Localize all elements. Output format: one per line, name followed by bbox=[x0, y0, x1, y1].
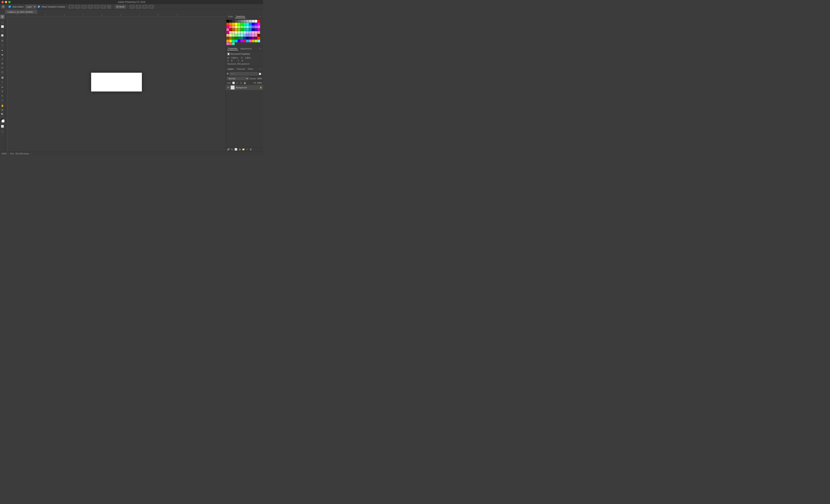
layer-visibility-eye[interactable]: 👁 bbox=[227, 86, 229, 89]
transform-checkbox[interactable] bbox=[38, 5, 40, 8]
blend-mode-select[interactable]: Normal Dissolve Multiply Screen bbox=[227, 77, 249, 80]
minimize-button[interactable] bbox=[5, 1, 7, 3]
marquee-tool[interactable]: ⬜ bbox=[0, 25, 4, 29]
swatch-85[interactable] bbox=[229, 40, 232, 42]
swatch-78[interactable] bbox=[243, 37, 246, 39]
swatch-92[interactable] bbox=[249, 40, 252, 42]
link-layers-btn[interactable]: 🔗 bbox=[227, 148, 230, 151]
lock-position-btn[interactable]: ✏ bbox=[236, 81, 239, 85]
swatches-options-btn[interactable]: ≡ bbox=[259, 15, 262, 18]
swatch-82[interactable] bbox=[255, 37, 257, 39]
swatch-93[interactable] bbox=[252, 40, 254, 42]
more-btn[interactable]: ··· bbox=[107, 5, 111, 9]
swatch-52[interactable] bbox=[238, 31, 240, 34]
swatch-88[interactable] bbox=[238, 40, 240, 42]
brush-tool[interactable]: ╱ bbox=[0, 57, 4, 61]
swatch-42[interactable] bbox=[243, 28, 246, 31]
swatch-71[interactable] bbox=[257, 34, 260, 37]
swatch-11[interactable] bbox=[257, 20, 260, 23]
swatch-96[interactable] bbox=[226, 42, 229, 45]
eraser-tool[interactable]: ◻ bbox=[0, 70, 4, 74]
eyedropper-tool[interactable]: ✒ bbox=[0, 48, 4, 53]
lock-artboard-btn[interactable]: ⊡ bbox=[240, 81, 243, 85]
shape-tool[interactable]: □ bbox=[0, 98, 4, 102]
swatch-79[interactable] bbox=[246, 37, 249, 39]
swatch-87[interactable] bbox=[235, 40, 237, 42]
layer-item[interactable]: 👁 Background 🔒 bbox=[226, 85, 263, 90]
swatch-6[interactable] bbox=[243, 20, 246, 23]
swatch-90[interactable] bbox=[243, 40, 246, 42]
swatch-57[interactable] bbox=[252, 31, 254, 34]
swatch-61[interactable] bbox=[229, 34, 232, 37]
dodge-tool[interactable]: ○ bbox=[0, 80, 4, 84]
swatch-51[interactable] bbox=[235, 31, 237, 34]
swatch-23[interactable] bbox=[257, 23, 260, 25]
swatch-62[interactable] bbox=[232, 34, 235, 37]
swatch-7[interactable] bbox=[246, 20, 249, 23]
swatch-63[interactable] bbox=[235, 34, 237, 37]
align-center-btn[interactable]: ⬛ bbox=[75, 5, 80, 9]
swatch-43[interactable] bbox=[246, 28, 249, 31]
lasso-tool[interactable]: ◌ bbox=[0, 29, 4, 33]
swatch-15[interactable] bbox=[235, 23, 237, 25]
background-color[interactable] bbox=[1, 120, 4, 123]
color-panel-tab[interactable]: Color bbox=[227, 15, 233, 18]
channels-tab[interactable]: Channels bbox=[236, 67, 246, 70]
swatch-2[interactable] bbox=[232, 20, 235, 23]
history-brush-tool[interactable]: ↩ bbox=[0, 66, 4, 70]
swatch-44[interactable] bbox=[249, 28, 252, 31]
delete-layer-btn[interactable]: 🗑 bbox=[249, 148, 252, 151]
swatch-65[interactable] bbox=[241, 34, 243, 37]
lock-pixel-btn[interactable]: ⬜ bbox=[232, 81, 235, 85]
swatch-69[interactable] bbox=[252, 34, 254, 37]
dist-left-btn[interactable]: ⬛ bbox=[129, 5, 135, 9]
swatch-41[interactable] bbox=[241, 28, 243, 31]
swatch-84[interactable] bbox=[226, 40, 229, 42]
swatch-48[interactable] bbox=[226, 31, 229, 34]
align-middle-btn[interactable]: ⬛ bbox=[94, 5, 99, 9]
hand-tool[interactable]: ✋ bbox=[0, 103, 4, 108]
tab-close-btn[interactable]: × bbox=[34, 11, 35, 13]
swatch-89[interactable] bbox=[241, 40, 243, 42]
layers-tab[interactable]: Layers bbox=[227, 67, 234, 70]
swatch-33[interactable] bbox=[252, 26, 254, 28]
properties-options-btn[interactable]: ≡ bbox=[259, 47, 262, 50]
quick-selection-tool[interactable]: ⬤ bbox=[0, 33, 4, 37]
dist-center-btn[interactable]: ⬛ bbox=[136, 5, 141, 9]
swatch-70[interactable] bbox=[255, 34, 257, 37]
swatch-25[interactable] bbox=[229, 26, 232, 28]
status-arrow[interactable]: › bbox=[30, 153, 31, 155]
new-layer-btn[interactable]: + bbox=[246, 148, 249, 151]
auto-select-checkbox[interactable] bbox=[8, 5, 11, 8]
swatch-77[interactable] bbox=[241, 37, 243, 39]
text-tool[interactable]: T bbox=[0, 90, 4, 94]
swatch-47[interactable] bbox=[257, 28, 260, 31]
swatch-30[interactable] bbox=[243, 26, 246, 28]
layers-options-btn[interactable]: ≡ bbox=[259, 68, 262, 70]
swatch-94[interactable] bbox=[255, 40, 257, 42]
dist-right-btn[interactable]: ⬛ bbox=[142, 5, 148, 9]
artboard-tool[interactable]: ⬚ bbox=[0, 20, 4, 24]
swatch-83[interactable] bbox=[257, 37, 260, 39]
swatch-72[interactable] bbox=[226, 37, 229, 39]
swatch-37[interactable] bbox=[229, 28, 232, 31]
swatch-98[interactable] bbox=[232, 42, 235, 45]
gradient-tool[interactable]: ▦ bbox=[0, 75, 4, 79]
dist-top-btn[interactable]: ⬛ bbox=[149, 5, 154, 9]
swatch-38[interactable] bbox=[232, 28, 235, 31]
swatch-67[interactable] bbox=[246, 34, 249, 37]
swatch-73[interactable] bbox=[229, 37, 232, 39]
close-button[interactable] bbox=[1, 1, 4, 3]
swatch-12[interactable] bbox=[226, 23, 229, 25]
swatch-39[interactable] bbox=[235, 28, 237, 31]
move-tool[interactable]: ✛ bbox=[0, 15, 4, 19]
swatch-68[interactable] bbox=[249, 34, 252, 37]
swatch-60[interactable] bbox=[226, 34, 229, 37]
swatch-58[interactable] bbox=[255, 31, 257, 34]
swatch-54[interactable] bbox=[243, 31, 246, 34]
swatch-40[interactable] bbox=[238, 28, 240, 31]
crop-tool[interactable]: ⊡ bbox=[0, 38, 4, 43]
swatch-76[interactable] bbox=[238, 37, 240, 39]
align-top-btn[interactable]: ⬛ bbox=[88, 5, 93, 9]
layers-search-input[interactable] bbox=[230, 72, 258, 75]
